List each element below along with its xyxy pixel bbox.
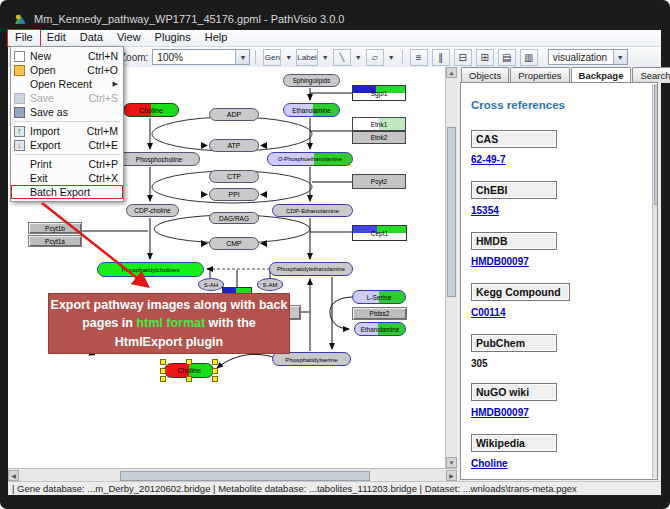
crossref-value-row: 305 [471, 358, 657, 369]
tab-search[interactable]: Search [632, 67, 670, 83]
crossref-value-row: HMDB00097 [471, 250, 657, 269]
menu-shortcut: Ctrl+P [89, 158, 118, 170]
annotation-callout: Export pathway images along with back pa… [48, 293, 290, 354]
crossref-value-row: HMDB00097 [471, 401, 657, 420]
crossref-header: HMDB [471, 232, 557, 250]
crossref-section-hmdb: HMDBHMDB00097 [471, 231, 657, 269]
stack-horizontal-button[interactable]: ▥ [520, 49, 538, 66]
window-title: Mm_Kennedy_pathway_WP1771_45176.gpml - P… [34, 13, 344, 25]
menu-item-label: Exit [30, 172, 48, 184]
menu-bar: FileEditDataViewPluginsHelp [8, 30, 661, 47]
menu-separator [14, 154, 120, 155]
menu-item-save[interactable]: SaveCtrl+S [11, 91, 123, 105]
menubar-item-data[interactable]: Data [73, 30, 110, 46]
align-center-button[interactable]: ≡ [410, 49, 428, 66]
label-tool[interactable]: Label [296, 49, 318, 66]
distribute-horizontal-button[interactable]: ⊟ [454, 49, 472, 66]
menubar-item-plugins[interactable]: Plugins [148, 30, 198, 46]
panel-scrollbar[interactable] [652, 84, 658, 478]
toolbar-separator [255, 50, 256, 64]
alignment-tools: ≡∥⊟⊞▤▥ [408, 49, 540, 66]
annotation-highlight: html format [136, 316, 205, 330]
file-menu: NewCtrl+NOpenCtrl+OOpen Recent▶SaveCtrl+… [10, 46, 124, 202]
visualization-value: visualization [553, 52, 607, 63]
crossref-section-wikipedia: WikipediaCholine [471, 433, 657, 471]
menu-icon-blank [14, 187, 25, 198]
menu-icon-blank [14, 79, 25, 90]
scroll-right-icon[interactable]: ▶ [446, 470, 457, 481]
datanode-tool[interactable]: Gen [263, 49, 281, 66]
menu-item-save-as[interactable]: Save as [11, 105, 123, 119]
menu-item-print[interactable]: PrintCtrl+P [11, 157, 123, 171]
crossref-link[interactable]: HMDB00097 [471, 256, 529, 267]
menu-item-import[interactable]: ImportCtrl+M [11, 124, 123, 138]
menu-item-label: Export [30, 139, 60, 151]
menubar-item-edit[interactable]: Edit [40, 30, 73, 46]
crossref-header: NuGO wiki [471, 383, 557, 401]
menu-item-label: Batch Export [30, 186, 90, 198]
crossref-section-kegg-compound: Kegg CompoundC00114 [471, 282, 657, 320]
line-tool[interactable]: ╲ [333, 49, 351, 66]
crossref-link[interactable]: HMDB00097 [471, 407, 529, 418]
chevron-down-icon[interactable]: ▼ [388, 54, 395, 61]
align-middle-button[interactable]: ∥ [432, 49, 450, 66]
menu-item-label: Open Recent [30, 78, 92, 90]
crossref-link[interactable]: C00114 [471, 307, 505, 318]
menu-item-exit[interactable]: ExitCtrl+X [11, 171, 123, 185]
crossref-header: Kegg Compound [471, 283, 570, 301]
menubar-item-file[interactable]: File [8, 30, 40, 46]
cross-references-heading: Cross references [471, 99, 657, 111]
crossref-header: PubChem [471, 334, 557, 352]
menubar-item-view[interactable]: View [110, 30, 148, 46]
menubar-item-help[interactable]: Help [198, 30, 235, 46]
annotation-line3: HtmlExport plugin [49, 333, 289, 351]
menu-item-label: New [30, 50, 51, 62]
chevron-down-icon[interactable]: ▼ [613, 50, 627, 64]
chevron-down-icon[interactable]: ▼ [322, 54, 329, 61]
crossref-header: ChEBI [471, 181, 557, 199]
menu-item-open[interactable]: OpenCtrl+O [11, 63, 123, 77]
tab-objects[interactable]: Objects [461, 67, 509, 83]
title-bar[interactable]: Mm_Kennedy_pathway_WP1771_45176.gpml - P… [10, 9, 650, 29]
visualization-combobox[interactable]: visualization ▼ [548, 49, 628, 65]
distribute-vertical-button[interactable]: ⊞ [476, 49, 494, 66]
crossref-value-row: 15354 [471, 199, 657, 218]
crossref-section-cas: CAS62-49-7 [471, 129, 657, 167]
new-icon [14, 51, 25, 62]
menu-item-open-recent[interactable]: Open Recent▶ [11, 77, 123, 91]
chevron-down-icon[interactable]: ▼ [235, 50, 249, 64]
status-bar: | Gene database: ...m_Derby_20120602.bri… [8, 481, 661, 495]
menu-item-new[interactable]: NewCtrl+N [11, 49, 123, 63]
backpage-panel: Cross references CAS62-49-7ChEBI15354HMD… [460, 82, 658, 480]
stack-vertical-button[interactable]: ▤ [498, 49, 516, 66]
menu-shortcut: Ctrl+M [87, 125, 118, 137]
zoom-value: 100% [157, 52, 183, 63]
status-text: | Gene database: ...m_Derby_20120602.bri… [12, 483, 577, 494]
chevron-down-icon[interactable]: ▼ [355, 54, 362, 61]
import-icon [14, 126, 25, 137]
crossref-value: 305 [471, 358, 657, 369]
crossref-link[interactable]: 15354 [471, 205, 499, 216]
annotation-line2: pages in html format with the [49, 314, 289, 332]
crossref-section-nugo-wiki: NuGO wikiHMDB00097 [471, 382, 657, 420]
crossref-link[interactable]: Choline [471, 458, 508, 469]
pathvisio-window: Mm_Kennedy_pathway_WP1771_45176.gpml - P… [0, 0, 670, 509]
scrollbar-thumb[interactable] [654, 85, 658, 205]
scroll-down-icon[interactable]: ▼ [446, 457, 457, 468]
crossref-link[interactable]: 62-49-7 [471, 154, 505, 165]
tab-properties[interactable]: Properties [510, 67, 569, 83]
zoom-combobox[interactable]: 100% ▼ [152, 49, 250, 65]
menu-item-export[interactable]: ExportCtrl+E [11, 138, 123, 152]
scroll-up-icon[interactable]: ▲ [446, 67, 457, 78]
scrollbar-thumb[interactable] [447, 127, 456, 297]
scrollbar-thumb[interactable] [120, 471, 370, 481]
menu-shortcut: Ctrl+E [89, 139, 118, 151]
tab-backpage[interactable]: Backpage [571, 67, 632, 83]
shape-tool[interactable]: ▱ [366, 49, 384, 66]
scroll-left-icon[interactable]: ◀ [8, 470, 19, 481]
menu-separator [14, 121, 120, 122]
canvas-horizontal-scrollbar[interactable]: ◀ ▶ [8, 468, 457, 482]
menu-item-batch-export[interactable]: Batch Export [11, 185, 123, 199]
crossref-section-pubchem: PubChem305 [471, 333, 657, 369]
chevron-down-icon[interactable]: ▼ [285, 54, 292, 61]
